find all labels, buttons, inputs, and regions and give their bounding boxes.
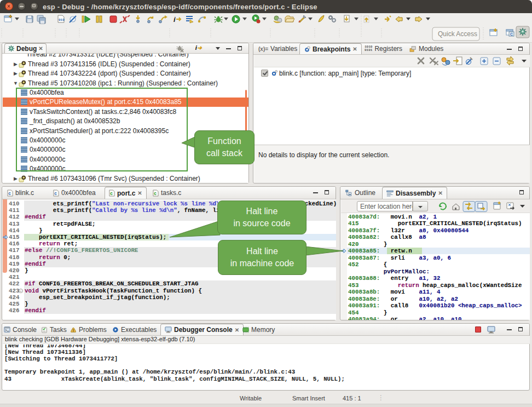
svg-text:c: c (154, 191, 157, 196)
svg-text:c: c (110, 191, 113, 196)
svg-text:i: i (174, 15, 176, 24)
svg-text:c: c (54, 191, 57, 196)
svg-text:c: c (8, 191, 11, 196)
svg-text:C: C (510, 32, 513, 36)
svg-text:010: 010 (59, 18, 65, 22)
svg-text:Quick Access: Quick Access (438, 30, 477, 38)
